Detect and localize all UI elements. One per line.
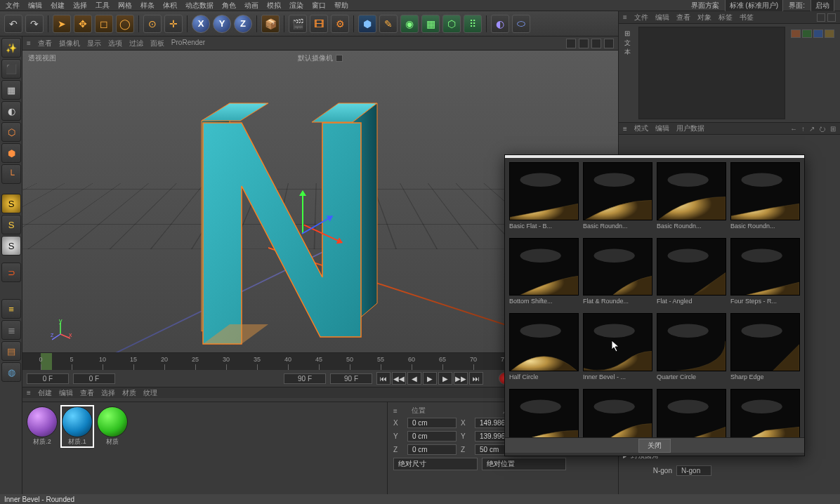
layout-dropdown[interactable]: 启动: [811, 0, 834, 12]
workplane-button[interactable]: ◐: [1, 101, 21, 121]
bevel-preset-item[interactable]: [583, 389, 652, 438]
vp-menu-view[interactable]: 查看: [38, 39, 52, 48]
menu-mograph[interactable]: 动态数据: [185, 1, 214, 11]
prev-frame-button[interactable]: ◀: [407, 372, 421, 385]
move-tool-button[interactable]: ✥: [74, 15, 92, 33]
subdiv-button[interactable]: ◉: [400, 15, 419, 33]
am-menu-edit[interactable]: 编辑: [655, 124, 669, 133]
nav-fwd-icon[interactable]: ↗: [809, 125, 815, 133]
redo-button[interactable]: ↷: [25, 15, 44, 33]
edge-mode-button[interactable]: ⬢: [1, 143, 21, 163]
texture-mode-button[interactable]: ▦: [1, 80, 21, 100]
axis-x-toggle[interactable]: X: [192, 15, 210, 33]
object-manager-body[interactable]: ⊞ 文本: [619, 24, 840, 122]
make-editable-button[interactable]: ✨: [1, 38, 21, 58]
goto-nextkey-button[interactable]: ▶▶: [454, 372, 468, 385]
coord-system-button[interactable]: 📦: [261, 15, 280, 33]
next-frame-button[interactable]: ▶: [438, 372, 452, 385]
om-search-icon[interactable]: [817, 13, 825, 22]
position-field[interactable]: 0 cm: [407, 444, 457, 455]
render-active-button[interactable]: 🎞: [310, 15, 328, 33]
field-button[interactable]: ⬭: [512, 15, 530, 33]
menu-spline[interactable]: 样条: [140, 1, 155, 11]
vp-menu-filter[interactable]: 过滤: [129, 39, 143, 48]
tree-expand-icon[interactable]: ⊞: [624, 29, 633, 37]
bevel-preset-item[interactable]: [509, 389, 579, 438]
om-menu-bookmarks[interactable]: 书签: [740, 13, 754, 22]
rotate-tool-button[interactable]: ◯: [116, 15, 134, 33]
tag-swatch-3[interactable]: [813, 29, 823, 38]
bevel-preset-item[interactable]: Half Circle: [509, 313, 579, 385]
layer3-icon[interactable]: ▤: [1, 341, 21, 361]
bevel-preset-item[interactable]: Basic Flat - B...: [509, 162, 579, 234]
bevel-preset-item[interactable]: Sharp Edge: [730, 313, 800, 385]
vp-menu-options[interactable]: 选项: [108, 39, 122, 48]
vp-nav-pan[interactable]: [579, 39, 589, 48]
position-field[interactable]: 0 cm: [407, 431, 457, 442]
menu-character[interactable]: 角色: [222, 1, 236, 11]
instance-button[interactable]: ⬡: [442, 15, 461, 33]
om-filter-icon[interactable]: [827, 13, 836, 22]
axis-z-toggle[interactable]: Z: [234, 15, 252, 33]
coord-mode-dropdown[interactable]: 绝对尺寸: [393, 458, 478, 470]
mat-menu-texture[interactable]: 纹理: [143, 388, 157, 398]
menu-volume[interactable]: 体积: [163, 1, 177, 11]
bevel-preset-item[interactable]: Bottom Shifte...: [509, 238, 579, 310]
menu-tools[interactable]: 工具: [96, 1, 110, 11]
current-frame-field[interactable]: 0 F: [73, 373, 115, 384]
om-menu-view[interactable]: 查看: [676, 13, 690, 22]
array-button[interactable]: ▦: [421, 15, 440, 33]
hamburger-icon[interactable]: ≡: [27, 39, 31, 47]
am-menu-mode[interactable]: 模式: [634, 124, 648, 133]
magnet-button[interactable]: ⊃: [1, 263, 21, 282]
popup-close-button[interactable]: 关闭: [638, 439, 671, 453]
material-item[interactable]: 材质: [97, 406, 128, 446]
layer1-icon[interactable]: ≡: [1, 299, 21, 319]
material-item[interactable]: 材质.2: [27, 406, 58, 446]
snap-2d-button[interactable]: S: [1, 215, 21, 234]
tag-swatch-1[interactable]: [791, 29, 801, 38]
bevel-preset-item[interactable]: [657, 389, 726, 438]
snap-3d-button[interactable]: S: [1, 236, 21, 256]
mat-menu-view[interactable]: 查看: [80, 388, 94, 398]
nav-lock-icon[interactable]: ⭮: [819, 125, 826, 133]
start-frame-field[interactable]: 0 F: [27, 373, 69, 384]
recent-tool-button[interactable]: ⊙: [143, 15, 162, 33]
om-menu-tags[interactable]: 标签: [718, 13, 733, 22]
deformer-button[interactable]: ◐: [491, 15, 509, 33]
mat-menu-select[interactable]: 选择: [101, 388, 115, 398]
undo-button[interactable]: ↶: [4, 15, 22, 33]
menu-animate[interactable]: 动画: [244, 1, 258, 11]
om-menu-file[interactable]: 文件: [634, 13, 648, 22]
bevel-preset-item[interactable]: Basic Roundn...: [730, 162, 800, 234]
menu-render[interactable]: 渲染: [289, 1, 303, 11]
am-menu-userdata[interactable]: 用户数据: [676, 124, 704, 133]
nav-new-icon[interactable]: ⊞: [830, 125, 836, 133]
goto-end-button[interactable]: ⏭: [469, 372, 483, 385]
hamburger-icon[interactable]: ≡: [27, 389, 31, 397]
menu-edit[interactable]: 编辑: [28, 1, 42, 11]
axis-y-toggle[interactable]: Y: [213, 15, 231, 33]
position-field[interactable]: 0 cm: [407, 418, 457, 428]
scheme-dropdown[interactable]: 标准 (标准用户): [725, 0, 783, 12]
nav-back-icon[interactable]: ←: [790, 125, 797, 133]
coord-pos-dropdown[interactable]: 绝对位置: [482, 458, 566, 470]
mat-menu-edit[interactable]: 编辑: [59, 388, 73, 398]
menu-select[interactable]: 选择: [73, 1, 87, 11]
render-view-button[interactable]: 🎬: [289, 15, 307, 33]
hamburger-icon[interactable]: ≡: [393, 407, 398, 415]
cube-primitive-button[interactable]: ⬢: [358, 15, 376, 33]
goto-prevkey-button[interactable]: ◀◀: [392, 372, 406, 385]
tag-swatch-2[interactable]: [802, 29, 812, 38]
max-frame-field[interactable]: 90 F: [330, 373, 372, 384]
bevel-preset-item[interactable]: Basic Roundn...: [583, 162, 652, 234]
layer4-icon[interactable]: ◍: [1, 362, 21, 382]
bevel-preset-item[interactable]: [730, 389, 800, 438]
menu-mesh[interactable]: 网格: [118, 1, 132, 11]
bevel-preset-item[interactable]: Flat - Angled: [657, 238, 726, 310]
menu-create[interactable]: 创建: [51, 1, 65, 11]
goto-start-button[interactable]: ⏮: [376, 372, 391, 385]
vp-menu-panel[interactable]: 面板: [150, 39, 164, 48]
mat-menu-create[interactable]: 创建: [38, 388, 52, 398]
menu-help[interactable]: 帮助: [334, 1, 348, 11]
